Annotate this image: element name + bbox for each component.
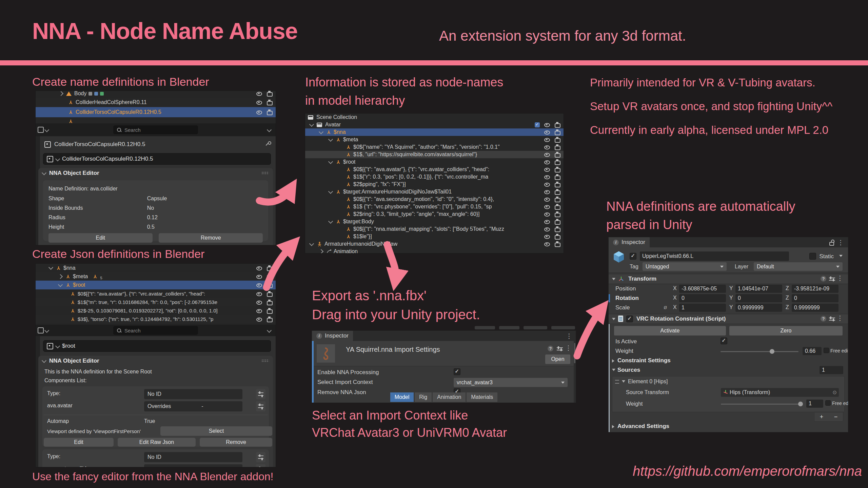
rotation-z-field[interactable]: 0 bbox=[792, 294, 839, 302]
eye-icon[interactable] bbox=[256, 91, 262, 96]
outliner-row[interactable]: $2$-25, 0.103079081, 0.0193202272], "rot… bbox=[36, 306, 276, 315]
camera-icon[interactable] bbox=[267, 274, 273, 279]
outliner-row[interactable]: $1$ {"t": "vrc.physbone", "overrides": [… bbox=[305, 203, 564, 210]
search-input[interactable]: Search bbox=[113, 326, 198, 335]
zero-button[interactable]: Zero bbox=[729, 326, 843, 336]
grip-icon[interactable] bbox=[261, 171, 269, 175]
collapse-chevron-icon[interactable] bbox=[267, 127, 272, 132]
help-icon[interactable] bbox=[548, 346, 553, 351]
element-weight-slider[interactable] bbox=[721, 404, 802, 405]
source-transform-field[interactable]: Hips (Transform) ⊙ bbox=[721, 388, 839, 397]
outliner-row[interactable]: $meta 5 bbox=[36, 272, 276, 281]
tab-model[interactable]: Model bbox=[390, 392, 414, 402]
camera-icon[interactable] bbox=[267, 282, 273, 288]
transform-header[interactable]: Transform ⋮ bbox=[609, 274, 848, 284]
outliner-row[interactable]: $target:Body bbox=[305, 218, 564, 225]
overrides-field[interactable]: Overrides - bbox=[144, 401, 242, 411]
menu-kebab-icon[interactable]: ⋮ bbox=[837, 240, 844, 245]
layer-dropdown[interactable]: Default bbox=[754, 262, 843, 271]
remove-button[interactable]: Remove bbox=[159, 233, 263, 243]
eye-icon[interactable] bbox=[256, 100, 262, 105]
outliner-row[interactable]: $2$pping", "fx": "FX"}] bbox=[305, 181, 564, 188]
panel-header[interactable]: NNA Object Editor bbox=[38, 356, 273, 366]
eye-icon[interactable] bbox=[544, 241, 550, 247]
eye-icon[interactable] bbox=[544, 189, 550, 195]
outliner-row[interactable]: $0$[{"t": "ava.avatar"}, {"t": "vrc.avat… bbox=[305, 166, 564, 173]
outliner-row[interactable]: $0$[{"t": "ava.avatar"}, {"t": "vrc.avat… bbox=[36, 289, 276, 298]
eye-icon[interactable] bbox=[544, 144, 550, 150]
foldout-icon[interactable] bbox=[612, 425, 614, 428]
outliner-row-clipped[interactable]: Animation bbox=[305, 248, 564, 253]
camera-icon[interactable] bbox=[554, 211, 561, 217]
sources-count-field[interactable]: 1 bbox=[820, 366, 843, 374]
help-icon[interactable] bbox=[821, 316, 826, 322]
vrc-constraint-header[interactable]: VRC Rotation Constraint (Script) ⋮ bbox=[609, 314, 848, 324]
eye-icon[interactable] bbox=[544, 197, 550, 202]
static-checkbox[interactable] bbox=[809, 253, 816, 260]
eye-icon[interactable] bbox=[256, 265, 262, 271]
enable-nna-checkbox[interactable] bbox=[454, 368, 460, 375]
github-url[interactable]: https://github.com/emperorofmars/nna bbox=[633, 464, 862, 479]
sources-label[interactable]: Sources bbox=[617, 367, 640, 373]
grip-icon[interactable] bbox=[261, 359, 269, 362]
id-field[interactable]: No ID bbox=[144, 452, 242, 462]
free-edit-checkbox[interactable] bbox=[824, 348, 829, 353]
eye-icon[interactable] bbox=[544, 129, 550, 135]
position-z-field[interactable]: -3.958121e-09 bbox=[792, 285, 839, 293]
outliner-row[interactable]: $0$[{"t": "ava.secondary_motion", "id": … bbox=[305, 196, 564, 203]
eye-icon[interactable] bbox=[256, 317, 262, 322]
expand-caret-icon[interactable] bbox=[309, 241, 314, 246]
menu-kebab-icon[interactable]: ⋮ bbox=[565, 345, 572, 351]
presets-icon[interactable] bbox=[829, 317, 835, 321]
expand-caret-icon[interactable] bbox=[328, 137, 333, 141]
outliner-row[interactable]: Avatar bbox=[305, 121, 564, 128]
expand-caret-icon[interactable] bbox=[319, 129, 323, 134]
position-y-field[interactable]: 1.04541e-07 bbox=[735, 285, 782, 293]
camera-icon[interactable] bbox=[554, 226, 561, 232]
slider-knob[interactable] bbox=[770, 349, 774, 354]
outliner-row[interactable]: $nna bbox=[36, 264, 276, 272]
camera-icon[interactable] bbox=[554, 122, 561, 127]
editor-type-selector[interactable] bbox=[38, 127, 48, 133]
camera-icon[interactable] bbox=[554, 219, 561, 224]
eye-icon[interactable] bbox=[544, 226, 550, 232]
field-settings-icon[interactable] bbox=[256, 464, 265, 467]
rotation-x-field[interactable]: 0 bbox=[679, 294, 726, 302]
position-x-field[interactable]: -3.608875e-05 bbox=[679, 285, 726, 293]
edit-button[interactable]: Edit bbox=[44, 438, 114, 447]
camera-icon[interactable] bbox=[267, 100, 273, 105]
expand-caret-icon[interactable] bbox=[328, 189, 333, 194]
lock-icon[interactable] bbox=[829, 240, 834, 245]
expand-caret-icon[interactable] bbox=[58, 282, 63, 287]
camera-icon[interactable] bbox=[267, 291, 273, 297]
foldout-icon[interactable] bbox=[612, 359, 614, 363]
outliner-row-selected[interactable]: $nna bbox=[305, 128, 564, 136]
expand-caret-icon[interactable] bbox=[328, 219, 333, 223]
eye-icon[interactable] bbox=[256, 291, 262, 297]
presets-icon[interactable] bbox=[829, 277, 835, 281]
outliner-row[interactable]: $1${"m": true, "r": 0.101686284, "h": 0.… bbox=[36, 298, 276, 306]
camera-icon[interactable] bbox=[267, 265, 273, 271]
scale-y-field[interactable]: 0.9999999 bbox=[735, 304, 782, 312]
free-edit-checkbox[interactable] bbox=[825, 400, 831, 406]
camera-icon[interactable] bbox=[267, 91, 273, 96]
eye-icon[interactable] bbox=[256, 109, 262, 115]
open-button[interactable]: Open bbox=[545, 354, 570, 364]
editor-type-selector[interactable] bbox=[38, 327, 48, 333]
outliner-row[interactable]: $0$[{"t": "nna.material_mapping", "slots… bbox=[305, 225, 564, 233]
eye-icon[interactable] bbox=[256, 274, 262, 279]
camera-icon[interactable] bbox=[554, 167, 561, 172]
outliner-row-hover[interactable]: $1$, "url": "https://squirrelbite.com/av… bbox=[305, 151, 564, 158]
tab-rig[interactable]: Rig bbox=[415, 392, 432, 402]
camera-icon[interactable] bbox=[554, 144, 561, 150]
outliner-row[interactable]: Body bbox=[36, 91, 276, 98]
constraint-settings-label[interactable]: Constraint Settings bbox=[617, 357, 671, 364]
activate-button[interactable]: Activate bbox=[614, 326, 726, 336]
camera-icon[interactable] bbox=[554, 197, 561, 202]
outliner-row[interactable]: ArmatureHumanoidDigiNoJaw bbox=[305, 240, 564, 248]
remove-button[interactable]: Remove bbox=[200, 438, 272, 447]
outliner-row[interactable]: Scene Collection bbox=[305, 114, 564, 121]
expand-caret-icon[interactable] bbox=[309, 122, 314, 126]
camera-icon[interactable] bbox=[554, 137, 561, 142]
import-context-dropdown[interactable]: vrchat_avatar3 bbox=[454, 378, 568, 387]
